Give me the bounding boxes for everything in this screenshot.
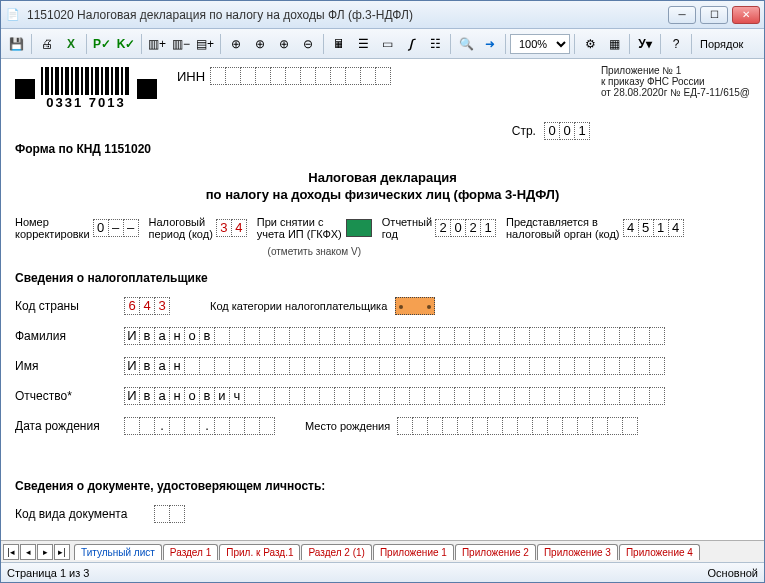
barcode-number: 0331 7013 (46, 95, 125, 110)
page-num-field[interactable]: 001 (545, 122, 590, 140)
form-icon[interactable]: ▭ (376, 33, 398, 55)
tab-next-button[interactable]: ▸ (37, 544, 53, 560)
black-square-icon (15, 79, 35, 99)
add-sheet-icon[interactable]: ▥+ (146, 33, 168, 55)
inn-field[interactable] (211, 67, 391, 85)
add-row-icon[interactable]: ▤+ (194, 33, 216, 55)
barcode: 0331 7013 (41, 67, 131, 110)
tab-title-sheet[interactable]: Титульный лист (74, 544, 162, 560)
mode-indicator: Основной (708, 567, 758, 579)
u-icon[interactable]: У▾ (634, 33, 656, 55)
patronymic-field[interactable]: Иванович (125, 387, 665, 405)
organ-label: Представляется в налоговый орган (код) (506, 216, 620, 240)
document-area: 0331 7013 ИНН Приложение № 1 к приказу Ф… (1, 59, 764, 540)
insert2-icon[interactable]: ⊕ (249, 33, 271, 55)
doc-title-2: по налогу на доходы физических лиц (форм… (15, 187, 750, 202)
excel-icon[interactable]: X (60, 33, 82, 55)
tab-appendix-s1[interactable]: Прил. к Разд.1 (219, 544, 300, 560)
help-icon[interactable]: ? (665, 33, 687, 55)
knd-code: Форма по КНД 1151020 (15, 142, 750, 156)
period-field[interactable]: 34 (217, 219, 247, 237)
zoom-select[interactable]: 100% (510, 34, 570, 54)
year-label: Отчетный год (382, 216, 432, 240)
tab-section-1[interactable]: Раздел 1 (163, 544, 218, 560)
find-icon[interactable]: 🔍 (455, 33, 477, 55)
tab-first-button[interactable]: |◂ (3, 544, 19, 560)
statusbar: Страница 1 из 3 Основной (1, 562, 764, 582)
tab-appendix-3[interactable]: Приложение 3 (537, 544, 618, 560)
document-icon: 📄 (5, 7, 21, 23)
birthplace-field[interactable] (398, 417, 638, 435)
titlebar: 📄 1151020 Налоговая декларация по налогу… (1, 1, 764, 29)
doctype-label: Код вида документа (15, 507, 155, 521)
tab-last-button[interactable]: ▸| (54, 544, 70, 560)
app-window: 📄 1151020 Налоговая декларация по налогу… (0, 0, 765, 583)
order-label[interactable]: Порядок (696, 38, 747, 50)
correction-label: Номер корректировки (15, 216, 90, 240)
ip-label: При снятии с учета ИП (ГКФХ) (257, 216, 342, 240)
surname-label: Фамилия (15, 329, 125, 343)
list-icon[interactable]: ☰ (352, 33, 374, 55)
remove-sheet-icon[interactable]: ▥− (170, 33, 192, 55)
doctype-field[interactable] (155, 505, 185, 523)
correction-field[interactable]: 0–– (94, 219, 139, 237)
period-label: Налоговый период (код) (149, 216, 213, 240)
patronymic-label: Отчество* (15, 389, 125, 403)
calc-icon[interactable]: 🖩 (328, 33, 350, 55)
page-indicator: Страница 1 из 3 (7, 567, 89, 579)
insert3-icon[interactable]: ⊕ (273, 33, 295, 55)
country-field[interactable]: 643 (125, 297, 170, 315)
minimize-button[interactable]: ─ (668, 6, 696, 24)
tab-appendix-4[interactable]: Приложение 4 (619, 544, 700, 560)
black-square-icon (137, 79, 157, 99)
window-title: 1151020 Налоговая декларация по налогу н… (27, 8, 668, 22)
name-label: Имя (15, 359, 125, 373)
delete-icon[interactable]: ⊖ (297, 33, 319, 55)
organ-field[interactable]: 4514 (624, 219, 684, 237)
inn-label: ИНН (177, 69, 205, 84)
ip-note: (отметить знаком V) (268, 246, 361, 257)
insert-icon[interactable]: ⊕ (225, 33, 247, 55)
config2-icon[interactable]: ▦ (603, 33, 625, 55)
taxpayer-section: Сведения о налогоплательщике (15, 271, 750, 285)
save-icon[interactable]: 💾 (5, 33, 27, 55)
tab-appendix-2[interactable]: Приложение 2 (455, 544, 536, 560)
maximize-button[interactable]: ☐ (700, 6, 728, 24)
function-icon[interactable]: ʃ (400, 33, 422, 55)
birthdate-field[interactable]: .. (125, 417, 275, 435)
name-field[interactable]: Иван (125, 357, 665, 375)
goto-icon[interactable]: ➜ (479, 33, 501, 55)
tree-icon[interactable]: ☷ (424, 33, 446, 55)
window-buttons: ─ ☐ ✕ (668, 6, 760, 24)
tab-appendix-1[interactable]: Приложение 1 (373, 544, 454, 560)
toolbar: 💾 🖨 X P✓ K✓ ▥+ ▥− ▤+ ⊕ ⊕ ⊕ ⊖ 🖩 ☰ ▭ ʃ ☷ 🔍… (1, 29, 764, 59)
tab-section-2[interactable]: Раздел 2 (1) (301, 544, 371, 560)
sheet-tabs: |◂ ◂ ▸ ▸| Титульный лист Раздел 1 Прил. … (1, 540, 764, 562)
birthplace-label: Место рождения (305, 420, 390, 432)
close-button[interactable]: ✕ (732, 6, 760, 24)
p-check-icon[interactable]: P✓ (91, 33, 113, 55)
document-section: Сведения о документе, удостоверяющем лич… (15, 479, 750, 493)
doc-title-1: Налоговая декларация (15, 170, 750, 185)
country-label: Код страны (15, 299, 125, 313)
year-field[interactable]: 2021 (436, 219, 496, 237)
appendix-info: Приложение № 1 к приказу ФНС России от 2… (601, 65, 750, 98)
ip-checkbox[interactable] (346, 219, 372, 237)
category-label: Код категории налогоплательщика (210, 300, 387, 312)
print-icon[interactable]: 🖨 (36, 33, 58, 55)
tab-prev-button[interactable]: ◂ (20, 544, 36, 560)
config-icon[interactable]: ⚙ (579, 33, 601, 55)
surname-field[interactable]: Иванов (125, 327, 665, 345)
page-num-label: Стр. (512, 124, 536, 138)
birthdate-label: Дата рождения (15, 419, 125, 433)
k-check-icon[interactable]: K✓ (115, 33, 137, 55)
category-field[interactable] (395, 297, 435, 315)
